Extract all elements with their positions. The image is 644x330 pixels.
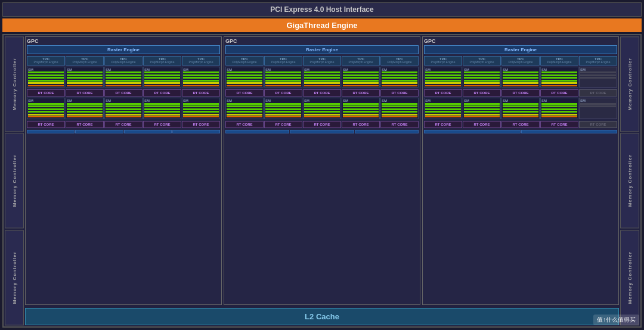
gpc-3-label: GPC bbox=[424, 38, 617, 44]
mem-ctrl-2: Memory Controller bbox=[5, 133, 24, 228]
sm-1-1-4: SM bbox=[143, 67, 181, 88]
chip-body: Memory Controller Memory Controller Memo… bbox=[2, 34, 642, 328]
tpc-2-3: TPC PolyMorph Engine bbox=[303, 56, 341, 66]
tpc-row-3: TPC PolyMorph Engine TPC PolyMorph Engin… bbox=[424, 56, 617, 66]
raster-engine-1: Raster Engine bbox=[27, 45, 220, 54]
tpc-2-1: TPC PolyMorph Engine bbox=[225, 56, 264, 66]
rt-core-1-1-2: RT CORE bbox=[66, 89, 104, 96]
sm-1-2-3: SM bbox=[104, 98, 143, 119]
sm-row-1-2: SM SM bbox=[27, 98, 220, 119]
sm-row-3-1: SM SM SM SM SM bbox=[424, 67, 617, 88]
rt-core-1-2-1: RT CORE bbox=[27, 121, 65, 128]
sm-1-2-2: SM bbox=[66, 98, 104, 119]
mem-bus-1 bbox=[27, 130, 220, 133]
gpc-2: GPC Raster Engine TPC PolyMorph Engine T… bbox=[224, 36, 420, 305]
gpc-1: GPC Raster Engine TPC PolyMorph Engine T… bbox=[25, 36, 222, 305]
tpc-2-5: TPC PolyMorph Engine bbox=[380, 56, 419, 66]
mem-ctrl-r3: Memory Controller bbox=[620, 230, 639, 325]
sm-1-2-4: SM bbox=[143, 98, 181, 119]
sm-row-2-1: SM SM SM SM SM bbox=[225, 67, 419, 88]
tpc-3-3: TPC PolyMorph Engine bbox=[501, 56, 540, 66]
gpc-1-label: GPC bbox=[27, 38, 220, 44]
tpc-1-1: TPC PolyMorph Engine bbox=[27, 56, 65, 66]
rt-core-1-1-3: RT CORE bbox=[104, 89, 143, 96]
rt-core-row-2-2: RT CORE RT CORE RT CORE RT CORE RT CORE bbox=[225, 121, 419, 128]
tpc-2-2: TPC PolyMorph Engine bbox=[264, 56, 302, 66]
mem-ctrl-3: Memory Controller bbox=[5, 230, 24, 325]
sm-1-1-2: SM bbox=[66, 67, 104, 88]
tpc-3-5: TPC PolyMorph Engine bbox=[579, 56, 617, 66]
sm-row-1-1: SM SM bbox=[27, 67, 220, 88]
rt-core-row-3-2: RT CORE RT CORE RT CORE RT CORE RT CORE bbox=[424, 121, 617, 128]
tpc-3-1: TPC PolyMorph Engine bbox=[424, 56, 462, 66]
gpcs-area: GPC Raster Engine TPC PolyMorph Engine T… bbox=[25, 36, 619, 325]
sm-1-2-1: SM bbox=[27, 98, 65, 119]
memory-ctrl-left: Memory Controller Memory Controller Memo… bbox=[5, 36, 24, 325]
rt-core-row-2-1: RT CORE RT CORE RT CORE RT CORE RT CORE bbox=[225, 89, 419, 96]
tpc-1-4: TPC PolyMorph Engine bbox=[143, 56, 181, 66]
mem-ctrl-1: Memory Controller bbox=[5, 36, 24, 132]
rt-core-1-2-2: RT CORE bbox=[66, 121, 104, 128]
rt-core-row-1-2: RT CORE RT CORE RT CORE RT CORE RT CORE bbox=[27, 121, 220, 128]
gpc-2-label: GPC bbox=[225, 38, 419, 44]
mem-bus-2 bbox=[225, 130, 419, 133]
mem-bus-3 bbox=[424, 130, 617, 133]
raster-engine-3: Raster Engine bbox=[424, 45, 617, 54]
sm-1-2-5: SM bbox=[182, 98, 220, 119]
tpc-1-3: TPC PolyMorph Engine bbox=[104, 56, 143, 66]
main-container: PCI Express 4.0 Host Interface GigaThrea… bbox=[0, 0, 644, 330]
rt-core-1-2-4: RT CORE bbox=[143, 121, 181, 128]
pci-bar: PCI Express 4.0 Host Interface bbox=[2, 2, 642, 17]
gpc-3: GPC Raster Engine TPC PolyMorph Engine T… bbox=[422, 36, 619, 305]
tpc-row-1: TPC PolyMorph Engine TPC PolyMorph Engin… bbox=[27, 56, 220, 66]
giga-bar: GigaThread Engine bbox=[2, 18, 642, 32]
rt-core-1-2-3: RT CORE bbox=[104, 121, 143, 128]
rt-core-row-1-1: RT CORE RT CORE RT CORE RT CORE RT CORE bbox=[27, 89, 220, 96]
watermark: 值↑什么值得买 bbox=[593, 315, 639, 325]
l2-cache: L2 Cache bbox=[25, 308, 619, 325]
mem-ctrl-r1: Memory Controller bbox=[620, 36, 639, 132]
tpc-1-2: TPC PolyMorph Engine bbox=[66, 56, 104, 66]
sm-1-1-3: SM bbox=[104, 67, 143, 88]
tpc-3-4: TPC PolyMorph Engine bbox=[540, 56, 578, 66]
tpc-2-4: TPC PolyMorph Engine bbox=[342, 56, 380, 66]
sm-row-2-2: SM SM SM SM SM bbox=[225, 98, 419, 119]
rt-core-row-3-1: RT CORE RT CORE RT CORE RT CORE RT CORE bbox=[424, 89, 617, 96]
tpc-1-5: TPC PolyMorph Engine bbox=[182, 56, 220, 66]
gpcs-row: GPC Raster Engine TPC PolyMorph Engine T… bbox=[25, 36, 619, 305]
sm-1-1-1: SM bbox=[27, 67, 65, 88]
raster-engine-2: Raster Engine bbox=[225, 45, 419, 54]
tpc-3-2: TPC PolyMorph Engine bbox=[463, 56, 501, 66]
sm-row-3-2: SM SM SM SM SM bbox=[424, 98, 617, 119]
rt-core-1-2-5: RT CORE bbox=[182, 121, 220, 128]
sm-1-1-5: SM bbox=[182, 67, 220, 88]
rt-core-1-1-4: RT CORE bbox=[143, 89, 181, 96]
rt-core-1-1-1: RT CORE bbox=[27, 89, 65, 96]
mem-ctrl-r2: Memory Controller bbox=[620, 133, 639, 228]
rt-core-1-1-5: RT CORE bbox=[182, 89, 220, 96]
memory-ctrl-right: Memory Controller Memory Controller Memo… bbox=[620, 36, 639, 325]
tpc-row-2: TPC PolyMorph Engine TPC PolyMorph Engin… bbox=[225, 56, 419, 66]
